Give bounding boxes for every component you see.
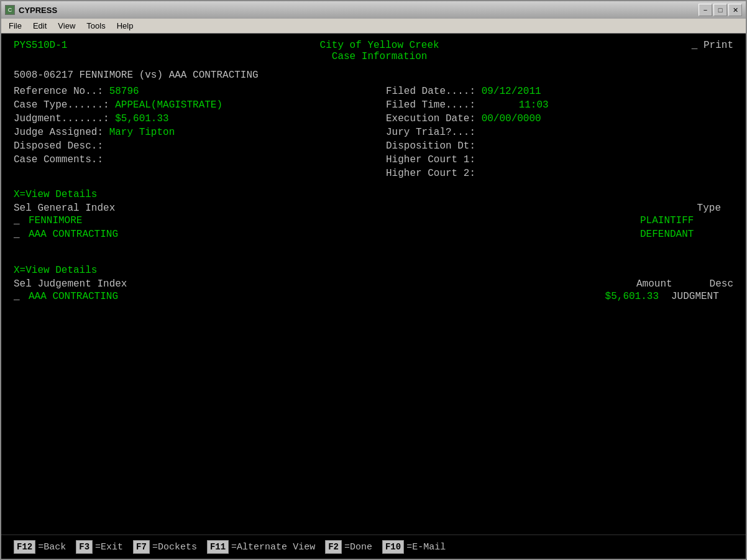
general-index-header: Sel General Index Type [14,203,733,214]
general-index-section: X=View Details Sel General Index Type _ … [14,189,733,240]
menu-view[interactable]: View [53,20,80,32]
disposition-row: Disposition Dt: [386,140,733,152]
judgement-index-header: Sel Judgement Index Amount Desc [14,278,733,290]
fkey-f10[interactable]: F10 [382,540,404,554]
general-type-1: DEFENDANT [640,229,733,240]
judgement-index-view-details[interactable]: X=View Details [14,265,733,276]
higher1-row: Higher Court 1: [386,154,733,165]
judge-row: Judge Assigned: Mary Tipton [14,127,361,138]
judgement-selector-0[interactable]: _ [14,291,24,302]
page-subtitle: Case Information [67,51,691,62]
judgement-name-0: AAA CONTRACTING [29,291,597,302]
judgement-index-section: X=View Details Sel Judgement Index Amoun… [14,265,733,302]
fkey-f2[interactable]: F2 [325,540,342,554]
judgment-label: Judgment.......: [14,113,115,124]
general-selector-0[interactable]: _ [14,215,24,226]
disposed-row: Disposed Desc.: [14,140,361,152]
execution-row: Execution Date: 00/00/0000 [386,113,733,124]
fkey-f11[interactable]: F11 [207,540,229,554]
general-name-1: AAA CONTRACTING [29,229,640,240]
app-icon: C [5,5,15,15]
judgement-desc-label: Desc [710,278,733,290]
fkey-f10-label: =E-Mail [406,542,446,553]
fkey-f11-label: =Alternate View [231,542,315,553]
reference-row: Reference No..: 58796 [14,86,361,97]
judgement-index-sel-label: Sel Judgement Index [14,278,127,290]
judgement-amount-label: Amount [636,278,672,290]
fkey-f12[interactable]: F12 [14,540,35,554]
main-content: PYS510D-1 City of Yellow Creek Case Info… [1,34,746,535]
print-label[interactable]: _ Print [692,40,733,51]
header-center: City of Yellow Creek Case Information [67,40,691,62]
comments-label: Case Comments.: [14,154,103,165]
close-button[interactable]: ✕ [728,4,742,16]
title-bar-left: C CYPRESS [5,5,57,15]
header-section: PYS510D-1 City of Yellow Creek Case Info… [14,40,733,62]
disposition-label: Disposition Dt: [386,140,475,152]
fkey-f7[interactable]: F7 [133,540,150,554]
filed-date-label: Filed Date....: [386,86,482,97]
filed-time-value: 11:03 [519,99,549,111]
general-type-0: PLAINTIFF [640,215,733,226]
jury-label: Jury Trial?...: [386,127,475,138]
judgement-desc-0: JUDGMENT [671,291,733,302]
fkey-f3[interactable]: F3 [76,540,93,554]
case-info-left: Reference No..: 58796 Case Type......: A… [14,86,361,181]
maximize-button[interactable]: □ [713,4,727,16]
general-selector-1[interactable]: _ [14,229,24,240]
filed-time-label: Filed Time....: [386,99,482,111]
fkey-f12-label: =Back [38,542,66,553]
case-type-label: Case Type......: [14,99,115,111]
menu-help[interactable]: Help [112,20,139,32]
city-name: City of Yellow Creek [67,40,691,51]
footer-bar: F12=Back F3=Exit F7=Dockets F11=Alternat… [1,535,746,559]
reference-value: 58796 [109,86,139,97]
case-title: 5008-06217 FENNIMORE (vs) AAA CONTRACTIN… [14,70,733,81]
case-info-grid: Reference No..: 58796 Case Type......: A… [14,86,733,181]
general-name-0: FENNIMORE [29,215,640,226]
title-bar: C CYPRESS − □ ✕ [1,1,746,19]
higher2-row: Higher Court 2: [386,168,733,179]
menu-file[interactable]: File [4,20,27,32]
filed-date-row: Filed Date....: 09/12/2011 [386,86,733,97]
case-type-value: APPEAL(MAGISTRATE) [115,99,222,111]
main-window: C CYPRESS − □ ✕ File Edit View Tools Hel… [0,0,747,560]
case-info-right: Filed Date....: 09/12/2011 Filed Time...… [386,86,733,181]
comments-row: Case Comments.: [14,154,361,165]
general-index-view-details[interactable]: X=View Details [14,189,733,200]
judge-label: Judge Assigned: [14,127,109,138]
higher2-label: Higher Court 2: [386,168,475,179]
print-area[interactable]: _ Print [692,40,733,51]
menu-tools[interactable]: Tools [81,20,110,32]
disposed-label: Disposed Desc.: [14,140,103,152]
window-title: CYPRESS [19,6,57,15]
reference-label: Reference No..: [14,86,109,97]
menu-bar: File Edit View Tools Help [1,19,746,34]
jury-row: Jury Trial?...: [386,127,733,138]
case-type-row: Case Type......: APPEAL(MAGISTRATE) [14,99,361,111]
fkey-f7-label: =Dockets [152,542,197,553]
general-index-sel-label: Sel General Index [14,203,115,214]
judgment-row: Judgment.......: $5,601.33 [14,113,361,124]
fkey-f2-label: =Done [344,542,372,553]
filed-time-row: Filed Time....: 11:03 [386,99,733,111]
title-bar-controls: − □ ✕ [699,4,742,16]
general-index-row-1: _ AAA CONTRACTING DEFENDANT [14,229,733,240]
higher1-label: Higher Court 1: [386,154,475,165]
general-index-type-label: Type [697,203,721,214]
filed-date-value: 09/12/2011 [482,86,541,97]
pys-id: PYS510D-1 [14,40,67,51]
general-index-row-0: _ FENNIMORE PLAINTIFF [14,215,733,226]
execution-label: Execution Date: [386,113,482,124]
menu-edit[interactable]: Edit [28,20,52,32]
execution-value: 00/00/0000 [482,113,541,124]
fkey-f3-label: =Exit [95,542,123,553]
judgment-value: $5,601.33 [115,113,168,124]
minimize-button[interactable]: − [699,4,712,16]
judgement-amount-0: $5,601.33 [597,291,659,302]
judge-value: Mary Tipton [109,127,175,138]
judgement-index-row-0: _ AAA CONTRACTING $5,601.33 JUDGMENT [14,291,733,302]
